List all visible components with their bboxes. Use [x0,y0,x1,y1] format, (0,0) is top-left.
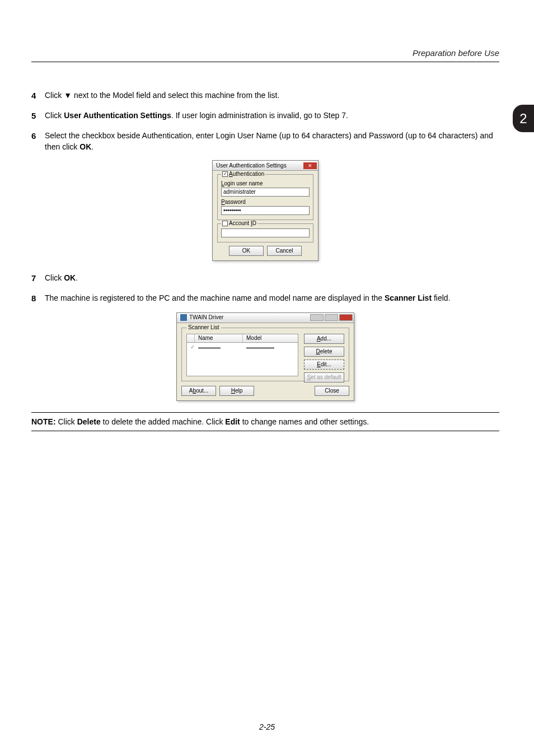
ok-button[interactable]: OK [229,246,264,256]
title-text: TWAIN Driver [189,312,223,323]
window-buttons [310,314,353,321]
row-name: ▬▬▬▬ [195,343,243,351]
account-fieldset: Account ID [217,223,313,242]
text: field. [432,293,450,302]
step-number: 4 [31,90,45,102]
text: next to the Model field and select this … [72,91,279,100]
text: Click [45,273,64,282]
step-8: 8 The machine is registered to the PC an… [31,292,499,305]
note-divider-top [31,412,499,413]
about-button[interactable]: About... [181,386,216,396]
step-number: 6 [31,130,45,153]
row-model: ▬▬▬▬▬ [243,343,298,351]
dialog-1-wrap: User Authentication Settings ✕ ✓ Authent… [31,160,499,261]
dialog-button-row: OK Cancel [217,246,313,256]
note-text: NOTE: Click Delete to delete the added m… [31,417,499,426]
step-4: 4 Click ▼ next to the Model field and se… [31,90,499,102]
table-row[interactable]: ✓ ▬▬▬▬ ▬▬▬▬▬ [186,343,298,376]
close-icon[interactable]: ✕ [303,162,317,169]
col-check[interactable] [187,334,195,342]
step-text: Click OK. [45,272,499,284]
step-number: 7 [31,272,45,284]
page-number: 2-25 [0,722,534,731]
step-number: 8 [31,292,45,305]
minimize-icon[interactable] [310,314,324,321]
auth-legend: ✓ Authentication [221,171,265,177]
close-icon[interactable] [339,314,353,321]
text: Click [45,91,64,100]
text: The machine is registered to the PC and … [45,293,385,302]
dialog-title: User Authentication Settings [216,161,287,171]
step-text: Select the checkbox beside Authenticatio… [45,130,499,153]
bottom-left: About... Help [181,386,254,396]
step-text: Click User Authentication Settings. If u… [45,110,499,122]
step-number: 5 [31,110,45,122]
header-title: Preparation before Use [413,48,499,58]
app-icon [180,314,187,321]
dialog-title-bar: User Authentication Settings ✕ [213,161,318,171]
step-5: 5 Click User Authentication Settings. If… [31,110,499,122]
step-6: 6 Select the checkbox beside Authenticat… [31,130,499,153]
bold-term: OK [64,273,76,282]
text: to change names and other settings. [240,417,369,426]
scanner-list-fieldset: Scanner List Name Model ✓ ▬▬▬▬ ▬▬▬▬▬ [181,328,349,381]
maximize-icon[interactable] [325,314,338,321]
note-section: NOTE: Click Delete to delete the added m… [31,412,499,431]
auth-checkbox[interactable]: ✓ [222,171,228,177]
delete-button[interactable]: Delete [304,347,344,357]
scanner-list-label: Scanner List [186,324,221,330]
account-label: Account ID [229,220,256,226]
bold-term: Scanner List [385,293,432,302]
auth-fieldset: ✓ Authentication Login user name adminis… [217,174,313,220]
header-divider [31,62,499,62]
account-checkbox[interactable] [222,221,228,226]
account-id-input[interactable] [221,228,310,237]
note-label: NOTE: [31,417,58,426]
edit-button[interactable]: Edit... [304,360,344,370]
login-label: Login user name [221,180,310,186]
dialog-body: Scanner List Name Model ✓ ▬▬▬▬ ▬▬▬▬▬ [177,323,354,400]
dialog-title: TWAIN Driver [180,312,223,323]
text: Click [45,111,64,120]
row-check-icon: ✓ [187,343,195,351]
step-text: Click ▼ next to the Model field and sele… [45,90,499,102]
content-area: 4 Click ▼ next to the Model field and se… [31,90,499,431]
account-legend: Account ID [221,220,257,226]
dialog-title-bar: TWAIN Driver [177,313,354,323]
text: . [76,273,78,282]
dialog-2-wrap: TWAIN Driver Scanner List Name [31,312,499,401]
list-header: Name Model [186,334,298,343]
close-button[interactable]: Close [315,386,349,396]
text: Click [58,417,77,426]
text: Select the checkbox beside Authenticatio… [45,131,493,151]
add-button[interactable]: Add... [304,334,344,344]
text: . [91,142,93,151]
note-divider-bottom [31,431,499,431]
password-input[interactable]: ••••••••• [221,206,310,215]
help-button[interactable]: Help [219,386,254,396]
bold-term: OK [79,142,91,151]
step-7: 7 Click OK. [31,272,499,284]
chapter-tab: 2 [513,105,534,132]
bold-term: Edit [225,417,240,426]
col-name[interactable]: Name [195,334,243,342]
twain-driver-dialog: TWAIN Driver Scanner List Name [176,312,354,401]
user-auth-dialog: User Authentication Settings ✕ ✓ Authent… [212,160,318,261]
text: to delete the added machine. Click [101,417,226,426]
cancel-button[interactable]: Cancel [267,246,302,256]
col-model[interactable]: Model [243,334,298,342]
auth-label: Authentication [229,171,264,177]
dialog-body: ✓ Authentication Login user name adminis… [213,171,318,260]
step-text: The machine is registered to the PC and … [45,292,499,305]
login-username-input[interactable]: administrater [221,188,310,197]
text: . If user login administration is invali… [171,111,348,120]
bold-term: User Authentication Settings [64,111,171,120]
dropdown-triangle-icon: ▼ [64,91,72,100]
password-label: Password [221,199,310,205]
set-default-button[interactable]: Set as default [304,372,344,382]
side-buttons: Add... Delete Edit... Set as default [304,334,344,382]
bold-term: Delete [77,417,101,426]
bottom-button-row: About... Help Close [181,386,349,396]
